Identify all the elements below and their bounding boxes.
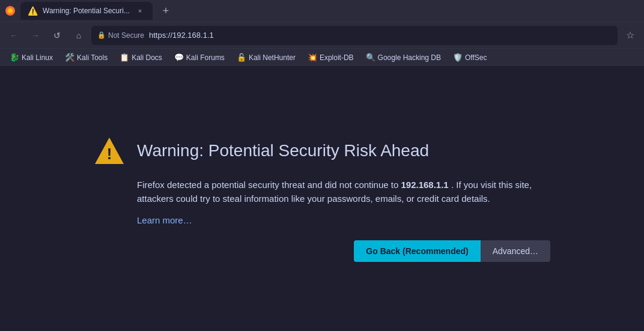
reload-button[interactable]: ↺: [48, 26, 66, 44]
warning-site: 192.168.1.1: [401, 180, 448, 190]
lock-icon: 🔒: [97, 31, 106, 39]
warning-body: Firefox detected a potential security th…: [137, 178, 550, 262]
warning-heading: Warning: Potential Security Risk Ahead: [137, 141, 429, 160]
active-tab[interactable]: ⚠️ Warning: Potential Securi... ×: [20, 2, 153, 20]
browser-icon: [5, 5, 16, 16]
bookmark-kali-docs[interactable]: 📋 Kali Docs: [115, 51, 167, 64]
back-button[interactable]: ←: [5, 26, 23, 44]
warning-triangle-icon: !: [94, 135, 125, 166]
bookmark-kali-forums[interactable]: 💬 Kali Forums: [169, 51, 229, 64]
kali-tools-icon: 🛠️: [65, 53, 74, 62]
svg-point-2: [8, 9, 12, 13]
kali-linux-icon: 🐉: [10, 53, 19, 62]
bookmark-label: OffSec: [465, 53, 487, 62]
warning-title-row: ! Warning: Potential Security Risk Ahead: [94, 135, 550, 166]
bookmark-star-button[interactable]: ☆: [621, 26, 639, 44]
url-display: https://192.168.1.1: [149, 31, 214, 40]
not-secure-label: Not Secure: [108, 31, 144, 40]
bookmarks-bar: 🐉 Kali Linux 🛠️ Kali Tools 📋 Kali Docs 💬…: [0, 48, 644, 66]
google-hacking-db-icon: 🔍: [366, 53, 375, 62]
security-indicator: 🔒 Not Secure: [97, 31, 144, 40]
advanced-button[interactable]: Advanced…: [481, 240, 550, 262]
kali-forums-icon: 💬: [174, 53, 184, 62]
tab-close-button[interactable]: ×: [135, 5, 145, 16]
bookmark-label: Kali Forums: [186, 53, 225, 62]
action-buttons: Go Back (Recommended) Advanced…: [137, 240, 550, 262]
bookmark-google-hacking-db[interactable]: 🔍 Google Hacking DB: [361, 51, 446, 64]
page-content: ! Warning: Potential Security Risk Ahead…: [0, 66, 644, 331]
bookmark-offsec[interactable]: 🛡️ OffSec: [448, 51, 491, 64]
warning-card: ! Warning: Potential Security Risk Ahead…: [94, 135, 550, 262]
bookmark-label: Exploit-DB: [320, 53, 354, 62]
address-bar[interactable]: 🔒 Not Secure https://192.168.1.1: [91, 26, 618, 45]
kali-nethunter-icon: 🔓: [237, 53, 246, 62]
bookmark-label: Kali Docs: [132, 53, 162, 62]
bookmark-label: Google Hacking DB: [378, 53, 441, 62]
offsec-icon: 🛡️: [453, 53, 463, 62]
exploit-db-icon: 💥: [308, 53, 317, 62]
bookmark-label: Kali Linux: [22, 53, 53, 62]
bookmark-kali-nethunter[interactable]: 🔓 Kali NetHunter: [232, 51, 300, 64]
bookmark-label: Kali NetHunter: [249, 53, 296, 62]
learn-more-link[interactable]: Learn more…: [137, 215, 192, 225]
bookmark-label: Kali Tools: [77, 53, 108, 62]
new-tab-button[interactable]: +: [157, 2, 174, 19]
go-back-button[interactable]: Go Back (Recommended): [354, 240, 480, 262]
tab-label: Warning: Potential Securi...: [43, 7, 130, 15]
svg-text:!: !: [107, 145, 112, 163]
warning-text-before: Firefox detected a potential security th…: [137, 180, 398, 190]
bookmark-kali-tools[interactable]: 🛠️ Kali Tools: [60, 51, 112, 64]
warning-description: Firefox detected a potential security th…: [137, 178, 550, 205]
bookmark-kali-linux[interactable]: 🐉 Kali Linux: [5, 51, 58, 64]
forward-button[interactable]: →: [26, 26, 44, 44]
title-bar: ⚠️ Warning: Potential Securi... × +: [0, 0, 644, 22]
kali-docs-icon: 📋: [120, 53, 129, 62]
nav-bar: ← → ↺ ⌂ 🔒 Not Secure https://192.168.1.1…: [0, 22, 644, 48]
home-button[interactable]: ⌂: [70, 26, 88, 44]
bookmark-exploit-db[interactable]: 💥 Exploit-DB: [303, 51, 359, 64]
tab-warning-icon: ⚠️: [28, 6, 38, 16]
